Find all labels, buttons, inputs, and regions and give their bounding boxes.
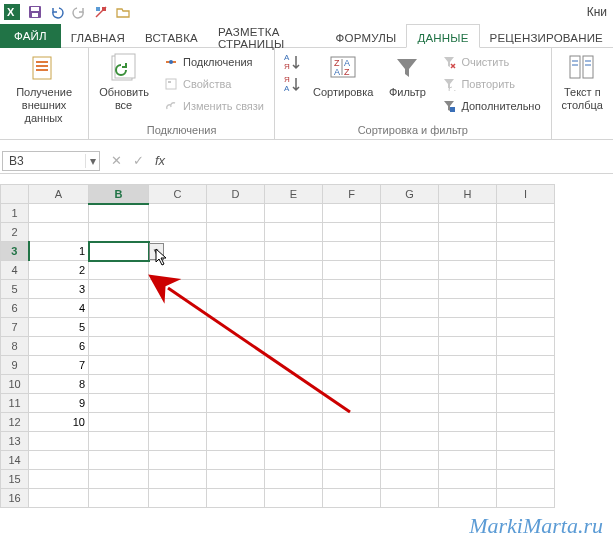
cell-F14[interactable] — [323, 451, 381, 470]
cell-F5[interactable] — [323, 280, 381, 299]
cell-C9[interactable] — [149, 356, 207, 375]
row-header-15[interactable]: 15 — [1, 470, 29, 489]
cell-B8[interactable] — [89, 337, 149, 356]
tab-data[interactable]: ДАННЫЕ — [406, 24, 479, 48]
cell-E4[interactable] — [265, 261, 323, 280]
cell-I5[interactable] — [497, 280, 555, 299]
cell-G9[interactable] — [381, 356, 439, 375]
cell-D15[interactable] — [207, 470, 265, 489]
text-to-columns-button[interactable]: Текст пстолбца — [558, 50, 607, 114]
cell-C10[interactable] — [149, 375, 207, 394]
cell-E9[interactable] — [265, 356, 323, 375]
cell-F15[interactable] — [323, 470, 381, 489]
edit-links-button[interactable]: Изменить связи — [159, 96, 268, 116]
cancel-formula-button[interactable]: ✕ — [108, 153, 124, 168]
cell-B6[interactable] — [89, 299, 149, 318]
col-header-G[interactable]: G — [381, 185, 439, 204]
cell-E10[interactable] — [265, 375, 323, 394]
cell-D8[interactable] — [207, 337, 265, 356]
cell-F13[interactable] — [323, 432, 381, 451]
cell-C16[interactable] — [149, 489, 207, 508]
cell-B9[interactable] — [89, 356, 149, 375]
undo-button[interactable] — [46, 1, 68, 23]
row-header-10[interactable]: 10 — [1, 375, 29, 394]
cell-G15[interactable] — [381, 470, 439, 489]
touch-mode-button[interactable] — [90, 1, 112, 23]
tab-insert[interactable]: ВСТАВКА — [135, 24, 208, 48]
cell-F8[interactable] — [323, 337, 381, 356]
get-external-data-button[interactable]: Получениевнешних данных — [6, 50, 82, 128]
select-all-corner[interactable] — [1, 185, 29, 204]
cell-G14[interactable] — [381, 451, 439, 470]
cell-B13[interactable] — [89, 432, 149, 451]
cell-C12[interactable] — [149, 413, 207, 432]
cell-B2[interactable] — [89, 223, 149, 242]
cell-G16[interactable] — [381, 489, 439, 508]
cell-B10[interactable] — [89, 375, 149, 394]
cell-I12[interactable] — [497, 413, 555, 432]
cell-D2[interactable] — [207, 223, 265, 242]
cell-G2[interactable] — [381, 223, 439, 242]
cell-H10[interactable] — [439, 375, 497, 394]
cell-B5[interactable] — [89, 280, 149, 299]
cell-F1[interactable] — [323, 204, 381, 223]
cell-B4[interactable] — [89, 261, 149, 280]
cell-F2[interactable] — [323, 223, 381, 242]
cell-E2[interactable] — [265, 223, 323, 242]
cell-A9[interactable]: 7 — [29, 356, 89, 375]
reapply-filter-button[interactable]: Повторить — [437, 74, 544, 94]
cell-E14[interactable] — [265, 451, 323, 470]
cell-I4[interactable] — [497, 261, 555, 280]
cell-F16[interactable] — [323, 489, 381, 508]
cell-D5[interactable] — [207, 280, 265, 299]
cell-A8[interactable]: 6 — [29, 337, 89, 356]
cell-C13[interactable] — [149, 432, 207, 451]
cell-I11[interactable] — [497, 394, 555, 413]
fx-button[interactable]: fx — [152, 153, 168, 168]
cell-H5[interactable] — [439, 280, 497, 299]
cell-G13[interactable] — [381, 432, 439, 451]
cell-A10[interactable]: 8 — [29, 375, 89, 394]
cell-C2[interactable] — [149, 223, 207, 242]
cell-D3[interactable] — [207, 242, 265, 261]
col-header-H[interactable]: H — [439, 185, 497, 204]
clear-filter-button[interactable]: Очистить — [437, 52, 544, 72]
cell-H7[interactable] — [439, 318, 497, 337]
row-header-4[interactable]: 4 — [1, 261, 29, 280]
cell-I7[interactable] — [497, 318, 555, 337]
row-header-8[interactable]: 8 — [1, 337, 29, 356]
tab-formulas[interactable]: ФОРМУЛЫ — [326, 24, 407, 48]
cell-B15[interactable] — [89, 470, 149, 489]
cell-D10[interactable] — [207, 375, 265, 394]
cell-D6[interactable] — [207, 299, 265, 318]
tab-file[interactable]: ФАЙЛ — [0, 24, 61, 48]
cell-A12[interactable]: 10 — [29, 413, 89, 432]
cell-F6[interactable] — [323, 299, 381, 318]
tab-home[interactable]: ГЛАВНАЯ — [61, 24, 135, 48]
sort-button[interactable]: ZAAZ Сортировка — [309, 50, 377, 101]
cell-I13[interactable] — [497, 432, 555, 451]
cell-A3[interactable]: 1 — [29, 242, 89, 261]
cell-I6[interactable] — [497, 299, 555, 318]
sort-asc-button[interactable]: АЯ — [281, 52, 303, 72]
cell-C14[interactable] — [149, 451, 207, 470]
cell-B1[interactable] — [89, 204, 149, 223]
cell-F11[interactable] — [323, 394, 381, 413]
col-header-C[interactable]: C — [149, 185, 207, 204]
cell-I8[interactable] — [497, 337, 555, 356]
cell-H2[interactable] — [439, 223, 497, 242]
cell-H4[interactable] — [439, 261, 497, 280]
cell-G8[interactable] — [381, 337, 439, 356]
row-header-6[interactable]: 6 — [1, 299, 29, 318]
cell-E12[interactable] — [265, 413, 323, 432]
cell-C11[interactable] — [149, 394, 207, 413]
cell-D4[interactable] — [207, 261, 265, 280]
cell-F3[interactable] — [323, 242, 381, 261]
cell-B3[interactable] — [89, 242, 149, 261]
cell-D11[interactable] — [207, 394, 265, 413]
cell-A14[interactable] — [29, 451, 89, 470]
row-header-11[interactable]: 11 — [1, 394, 29, 413]
cell-C6[interactable] — [149, 299, 207, 318]
cell-E3[interactable] — [265, 242, 323, 261]
cell-G6[interactable] — [381, 299, 439, 318]
